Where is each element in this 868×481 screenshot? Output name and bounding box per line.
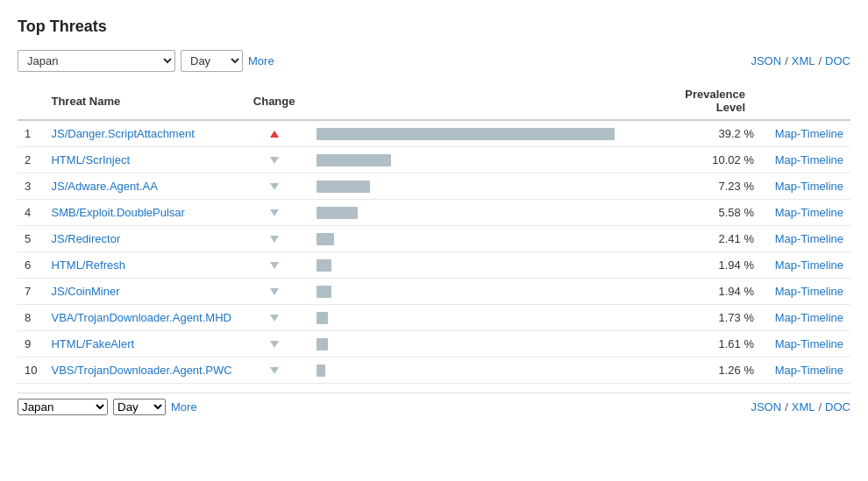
bottom-more-link[interactable]: More	[171, 400, 197, 414]
cell-bar	[309, 226, 679, 252]
cell-change	[239, 252, 309, 279]
prevalence-bar	[317, 259, 331, 272]
cell-bar	[309, 173, 679, 200]
top-json-link[interactable]: JSON	[751, 54, 781, 67]
threats-table: Threat Name Change Prevalence Level 1JS/…	[18, 82, 850, 384]
bar-container	[317, 180, 672, 193]
threat-name-link[interactable]: JS/Adware.Agent.AA	[51, 180, 157, 193]
cell-percent: 39.2 %	[678, 120, 763, 147]
cell-action: Map-Timeline	[763, 252, 850, 279]
table-row: 7JS/CoinMiner1.94 %Map-Timeline	[18, 279, 850, 305]
table-row: 10VBS/TrojanDownloader.Agent.PWC1.26 %Ma…	[18, 357, 850, 384]
table-row: 6HTML/Refresh1.94 %Map-Timeline	[18, 252, 850, 279]
cell-percent: 1.61 %	[678, 331, 763, 357]
cell-action: Map-Timeline	[763, 147, 850, 173]
table-row: 4SMB/Exploit.DoublePulsar5.58 %Map-Timel…	[18, 200, 850, 226]
top-xml-link[interactable]: XML	[792, 54, 815, 67]
map-timeline-link[interactable]: Map-Timeline	[775, 206, 843, 219]
prevalence-bar	[317, 364, 325, 377]
cell-bar	[309, 357, 679, 384]
cell-rank: 3	[18, 173, 44, 200]
cell-percent: 7.23 %	[678, 173, 763, 200]
top-period-select[interactable]: Day Week Month	[181, 50, 243, 72]
prevalence-bar	[317, 207, 359, 219]
cell-rank: 6	[18, 252, 44, 279]
threat-name-link[interactable]: HTML/ScrInject	[51, 153, 130, 166]
header-bar	[309, 82, 679, 120]
cell-rank: 5	[18, 226, 44, 252]
map-timeline-link[interactable]: Map-Timeline	[775, 285, 843, 298]
table-row: 1JS/Danger.ScriptAttachment39.2 %Map-Tim…	[18, 120, 850, 147]
cell-change	[239, 147, 309, 173]
map-timeline-link[interactable]: Map-Timeline	[775, 232, 843, 245]
map-timeline-link[interactable]: Map-Timeline	[775, 337, 843, 350]
cell-name: JS/CoinMiner	[44, 279, 238, 305]
map-timeline-link[interactable]: Map-Timeline	[775, 153, 843, 166]
prevalence-bar	[317, 286, 331, 298]
cell-action: Map-Timeline	[763, 357, 850, 384]
cell-percent: 1.94 %	[678, 252, 763, 279]
cell-name: VBA/TrojanDownloader.Agent.MHD	[44, 305, 238, 331]
bottom-json-link[interactable]: JSON	[751, 400, 781, 414]
table-row: 2HTML/ScrInject10.02 %Map-Timeline	[18, 147, 850, 173]
top-sep2: /	[818, 54, 822, 67]
cell-rank: 10	[18, 357, 44, 384]
cell-action: Map-Timeline	[763, 305, 850, 331]
bottom-period-select[interactable]: Day Week Month	[113, 399, 166, 415]
top-doc-link[interactable]: DOC	[825, 54, 850, 67]
arrow-up-icon	[270, 131, 279, 138]
bar-container	[317, 233, 672, 245]
cell-name: VBS/TrojanDownloader.Agent.PWC	[44, 357, 238, 384]
cell-name: HTML/FakeAlert	[44, 331, 238, 357]
bar-container	[317, 207, 672, 219]
arrow-down-icon	[270, 236, 279, 243]
bottom-doc-link[interactable]: DOC	[825, 400, 850, 414]
threat-name-link[interactable]: HTML/Refresh	[51, 258, 125, 272]
threat-name-link[interactable]: VBA/TrojanDownloader.Agent.MHD	[51, 311, 231, 324]
map-timeline-link[interactable]: Map-Timeline	[775, 311, 843, 324]
top-sep1: /	[785, 54, 788, 67]
map-timeline-link[interactable]: Map-Timeline	[775, 127, 843, 140]
cell-action: Map-Timeline	[763, 226, 850, 252]
threat-name-link[interactable]: SMB/Exploit.DoublePulsar	[51, 206, 184, 219]
arrow-down-icon	[270, 183, 279, 190]
header-prevalence: Prevalence Level	[678, 82, 763, 120]
map-timeline-link[interactable]: Map-Timeline	[775, 364, 843, 377]
cell-bar	[309, 305, 679, 331]
cell-rank: 8	[18, 305, 44, 331]
prevalence-bar	[317, 338, 329, 350]
table-row: 5JS/Redirector2.41 %Map-Timeline	[18, 226, 850, 252]
bar-container	[317, 286, 672, 298]
threat-name-link[interactable]: HTML/FakeAlert	[51, 337, 134, 350]
cell-change	[239, 200, 309, 226]
bar-container	[317, 154, 672, 166]
cell-bar	[309, 279, 679, 305]
cell-change	[239, 279, 309, 305]
cell-name: JS/Redirector	[44, 226, 238, 252]
table-row: 8VBA/TrojanDownloader.Agent.MHD1.73 %Map…	[18, 305, 850, 331]
cell-action: Map-Timeline	[763, 120, 850, 147]
arrow-down-icon	[270, 341, 279, 348]
cell-bar	[309, 200, 679, 226]
cell-bar	[309, 252, 679, 279]
cell-bar	[309, 331, 679, 357]
threat-name-link[interactable]: JS/Danger.ScriptAttachment	[51, 127, 194, 140]
threat-name-link[interactable]: VBS/TrojanDownloader.Agent.PWC	[51, 364, 231, 377]
cell-percent: 1.94 %	[678, 279, 763, 305]
bottom-xml-link[interactable]: XML	[792, 400, 815, 414]
map-timeline-link[interactable]: Map-Timeline	[775, 180, 843, 193]
top-more-link[interactable]: More	[248, 54, 274, 67]
table-header-row: Threat Name Change Prevalence Level	[18, 82, 850, 120]
prevalence-bar	[317, 154, 391, 166]
bottom-country-select[interactable]: Japan Global United States Germany Franc…	[18, 399, 108, 415]
map-timeline-link[interactable]: Map-Timeline	[775, 258, 843, 272]
cell-change	[239, 173, 309, 200]
cell-name: SMB/Exploit.DoublePulsar	[44, 200, 238, 226]
cell-action: Map-Timeline	[763, 200, 850, 226]
threat-name-link[interactable]: JS/CoinMiner	[51, 285, 119, 298]
page-title: Top Threats	[18, 18, 850, 36]
threat-name-link[interactable]: JS/Redirector	[51, 232, 120, 245]
top-country-select[interactable]: Japan Global United States Germany Franc…	[18, 50, 175, 72]
arrow-down-icon	[270, 157, 279, 164]
prevalence-bar	[317, 233, 334, 245]
